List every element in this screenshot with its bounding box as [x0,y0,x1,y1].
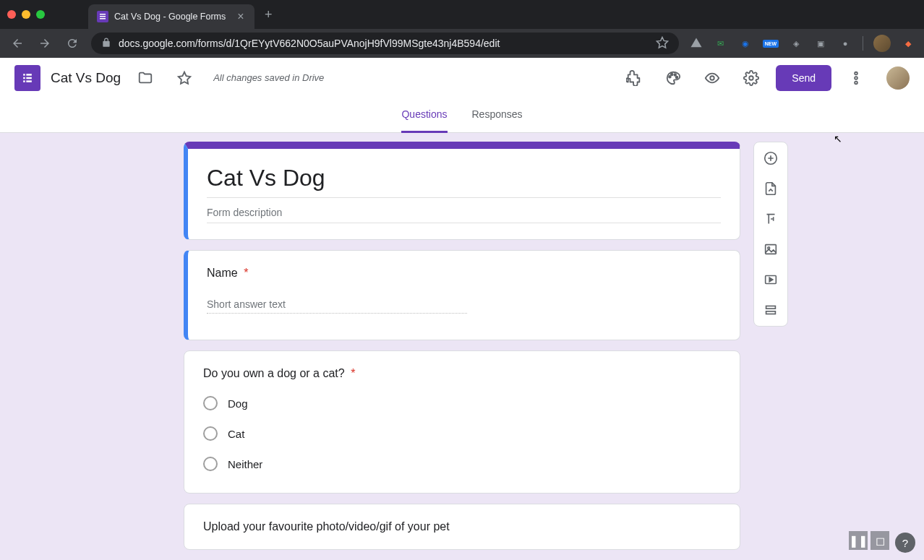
form-title-input[interactable]: Cat Vs Dog [207,165,721,198]
ext-pin-icon[interactable]: ◆ [901,36,915,51]
floating-toolbar [753,142,788,327]
window-controls [7,10,45,19]
svg-rect-7 [23,80,25,82]
svg-rect-1 [100,16,106,17]
extension-icons: ✉ ◉ NEW ◈ ▣ ● ◆ [689,35,915,52]
radio-icon [203,396,218,410]
ext-new-badge[interactable]: NEW [763,40,779,48]
ext-mail-icon[interactable]: ✉ [714,36,728,51]
option-label: Cat [228,428,244,440]
form-title[interactable]: Cat Vs Dog [51,70,121,86]
close-tab-icon[interactable]: × [236,12,246,22]
ext-chat-icon[interactable]: ▣ [813,36,828,51]
forms-logo-icon[interactable] [14,65,40,91]
svg-rect-0 [100,14,106,15]
pause-icon[interactable]: ❚❚ [849,531,868,550]
lock-icon [101,38,111,50]
add-section-icon[interactable] [762,301,779,319]
svg-rect-2 [100,18,106,20]
settings-gear-icon[interactable] [737,64,766,92]
short-answer-placeholder: Short answer text [207,298,467,314]
addons-icon[interactable] [620,64,649,92]
option-row-cat[interactable]: Cat [203,426,721,441]
stop-icon[interactable]: ◻ [870,531,889,550]
option-row-dog[interactable]: Dog [203,396,721,410]
close-window-button[interactable] [7,10,16,19]
more-menu-icon[interactable] [842,64,870,92]
separator [863,36,863,51]
import-questions-icon[interactable] [762,180,779,197]
address-bar[interactable]: docs.google.com/forms/d/1QrEYytV662N0O5a… [91,33,679,54]
form-canvas: Cat Vs Dog Form description Name * Short… [0,133,924,560]
svg-rect-6 [26,77,32,79]
svg-rect-23 [766,311,776,314]
new-tab-button[interactable]: + [265,7,273,22]
svg-rect-22 [766,306,776,309]
svg-point-11 [675,74,677,76]
required-star: * [244,267,248,279]
ext-shield-icon[interactable]: ◈ [789,36,803,51]
svg-point-16 [855,77,857,79]
browser-tab[interactable]: Cat Vs Dog - Google Forms × [88,4,254,29]
required-star: * [351,367,355,379]
move-to-folder-icon[interactable] [131,64,160,92]
ext-dot-icon[interactable]: ● [838,36,852,51]
question-label[interactable]: Do you own a dog or a cat? [203,367,345,379]
help-button[interactable]: ? [895,533,915,553]
add-question-icon[interactable] [762,150,779,167]
question-label[interactable]: Upload your favourite photo/video/gif of… [203,520,450,533]
form-title-card[interactable]: Cat Vs Dog Form description [184,142,740,240]
radio-icon [203,457,218,471]
customize-theme-icon[interactable] [659,64,688,92]
save-status: All changes saved in Drive [213,72,324,83]
option-row-neither[interactable]: Neither [203,457,721,471]
tab-responses[interactable]: Responses [472,98,523,133]
question-card-own-pet[interactable]: Do you own a dog or a cat? * Dog Cat Nei… [184,350,740,494]
add-title-icon[interactable] [762,210,779,228]
svg-point-10 [671,73,673,75]
ext-circle-icon[interactable]: ◉ [738,36,753,51]
browser-toolbar: docs.google.com/forms/d/1QrEYytV662N0O5a… [0,29,924,58]
svg-rect-8 [26,80,32,82]
add-video-icon[interactable] [762,271,779,288]
svg-rect-4 [26,74,32,76]
svg-point-9 [669,75,671,77]
question-label[interactable]: Name [207,267,238,279]
preview-icon[interactable] [698,64,727,92]
profile-avatar-small[interactable] [873,35,891,52]
ext-drive-icon[interactable] [689,36,703,51]
option-label: Dog [228,397,248,410]
tab-title: Cat Vs Dog - Google Forms [114,12,230,22]
svg-rect-19 [766,245,777,254]
reload-button[interactable] [64,35,81,52]
url-text: docs.google.com/forms/d/1QrEYytV662N0O5a… [119,38,649,49]
account-avatar[interactable] [886,66,910,90]
bookmark-star-icon[interactable] [656,36,669,51]
form-description-input[interactable]: Form description [207,207,721,223]
radio-icon [203,426,218,441]
svg-point-13 [711,76,715,80]
forms-favicon [97,11,108,22]
recorder-controls: ❚❚ ◻ [849,531,889,550]
back-button[interactable] [9,35,26,52]
minimize-window-button[interactable] [22,10,30,19]
option-label: Neither [228,458,262,470]
star-icon[interactable] [170,64,199,92]
question-card-name[interactable]: Name * Short answer text [184,250,740,340]
svg-point-14 [750,76,754,80]
forms-header: Cat Vs Dog All changes saved in Drive Se… [0,58,924,98]
svg-rect-3 [23,74,25,76]
svg-point-12 [676,76,678,78]
add-image-icon[interactable] [762,241,779,258]
forward-button[interactable] [36,35,54,52]
send-button[interactable]: Send [776,65,831,91]
maximize-window-button[interactable] [36,10,45,19]
svg-point-15 [855,72,857,74]
svg-point-17 [855,81,857,84]
browser-tab-strip: Cat Vs Dog - Google Forms × + [0,0,924,29]
svg-rect-5 [23,77,25,79]
form-tabs: Questions Responses [0,98,924,133]
tab-questions[interactable]: Questions [401,98,447,133]
question-card-upload[interactable]: Upload your favourite photo/video/gif of… [184,504,740,550]
